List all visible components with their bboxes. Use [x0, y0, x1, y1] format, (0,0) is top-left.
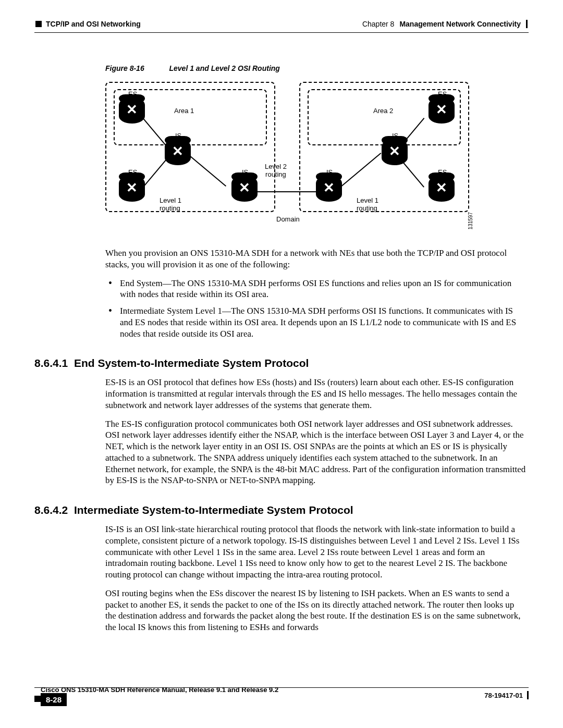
- node-es: ✕ ES: [119, 176, 145, 202]
- header-marker-icon: [35, 21, 42, 27]
- isis-p2: OSI routing begins when the ESs discover…: [105, 588, 527, 633]
- header-chapter-title: Management Network Connectivity: [399, 20, 521, 28]
- heading-number: 8.6.4.1: [34, 357, 68, 369]
- heading-title: End System-to-Intermediate System Protoc…: [74, 357, 309, 369]
- level1-left-label: Level 1 routing: [160, 196, 181, 212]
- section-heading-isis: 8.6.4.2 Intermediate System-to-Intermedi…: [34, 504, 529, 516]
- figure-id: 131597: [468, 212, 473, 229]
- node-es: ✕ ES: [119, 97, 145, 124]
- page-header: TCP/IP and OSI Networking Chapter 8 Mana…: [34, 20, 529, 33]
- footer-end-marker-icon: [527, 691, 529, 699]
- node-is: ✕ IS: [382, 139, 408, 165]
- node-is: ✕ IS: [165, 139, 191, 165]
- provision-list: End System—The ONS 15310-MA SDH performs…: [105, 278, 527, 340]
- header-chapter-label: Chapter 8: [362, 20, 394, 28]
- area2-label: Area 2: [373, 107, 393, 115]
- node-is: ✕ IS: [231, 176, 258, 202]
- esis-p1: ES-IS is an OSI protocol that defines ho…: [105, 377, 527, 411]
- domain-label: Domain: [276, 215, 300, 223]
- page-number: 8-28: [41, 693, 67, 706]
- area1-label: Area 1: [174, 107, 194, 115]
- header-section: TCP/IP and OSI Networking: [46, 20, 141, 28]
- figure-caption: Figure 8-16 Level 1 and Level 2 OSI Rout…: [105, 64, 529, 72]
- osi-routing-diagram: ✕ ES Area 1 ✕ IS ✕ ES ✕ IS Level 1 routi…: [105, 82, 470, 227]
- esis-p2: The ES-IS configuration protocol communi…: [105, 418, 527, 487]
- page-footer: 8-28 78-19417-01: [34, 687, 529, 706]
- footer-marker-icon: [34, 696, 41, 702]
- level2-label: Level 2 routing: [265, 163, 287, 178]
- figure-title: Level 1 and Level 2 OSI Routing: [169, 64, 279, 72]
- node-is: ✕ IS: [316, 176, 342, 202]
- section-heading-esis: 8.6.4.1 End System-to-Intermediate Syste…: [34, 357, 529, 369]
- intro-paragraph: When you provision an ONS 15310-MA SDH f…: [105, 248, 527, 270]
- list-item: End System—The ONS 15310-MA SDH performs…: [105, 278, 527, 301]
- header-end-marker-icon: [526, 20, 528, 28]
- link-inter-area: [258, 191, 317, 192]
- node-es: ✕ ES: [429, 176, 455, 202]
- figure-label: Figure 8-16: [105, 64, 144, 72]
- heading-number: 8.6.4.2: [34, 504, 68, 516]
- isis-p1: IS-IS is an OSI link-state hierarchical …: [105, 524, 527, 581]
- heading-title: Intermediate System-to-Intermediate Syst…: [74, 504, 353, 516]
- level1-right-label: Level 1 routing: [357, 196, 378, 212]
- list-item: Intermediate System Level 1—The ONS 1531…: [105, 305, 527, 339]
- footer-docnum: 78-19417-01: [484, 692, 523, 699]
- node-es: ✕ ES: [429, 97, 455, 124]
